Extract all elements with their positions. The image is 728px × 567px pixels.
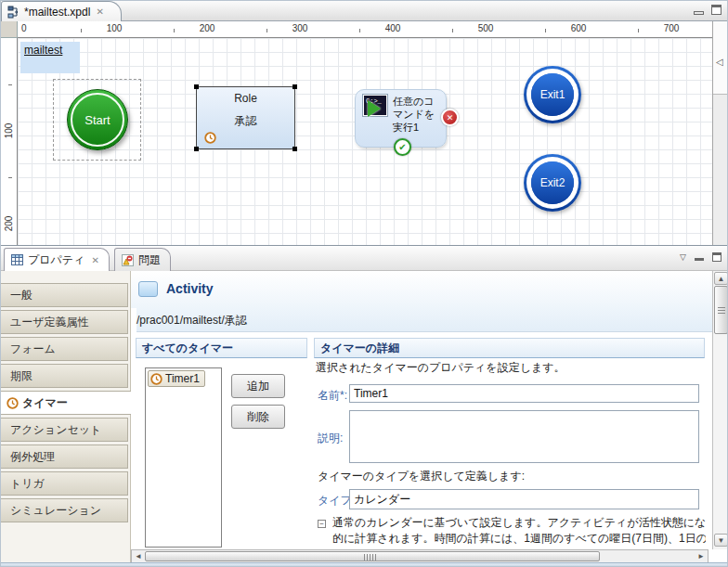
ruler-label: 0 xyxy=(21,23,27,33)
node-start[interactable]: Start xyxy=(67,89,128,150)
sidebar-item-trigger[interactable]: トリガ xyxy=(1,471,128,496)
sidebar-item-form[interactable]: フォーム xyxy=(1,337,128,361)
page-title: Activity xyxy=(166,281,214,296)
minimize-icon[interactable] xyxy=(695,258,704,261)
palette-drawer[interactable] xyxy=(713,94,728,245)
workflow-file-icon xyxy=(7,6,20,19)
timer-clock-icon xyxy=(204,132,216,144)
process-tab-mailtest[interactable]: mailtest xyxy=(20,42,80,73)
vertical-scrollbar[interactable]: ▲ ▼ xyxy=(712,271,728,549)
sidebar-item-user-attrs[interactable]: ユーザ定義属性 xyxy=(1,310,128,334)
horizontal-scrollbar-thumb[interactable] xyxy=(145,551,600,561)
scroll-up-icon[interactable]: ▲ xyxy=(714,272,728,285)
sidebar-item-label: アクションセット xyxy=(10,423,101,436)
node-exit2[interactable]: Exit2 xyxy=(524,154,581,212)
close-icon[interactable]: ✕ xyxy=(91,255,98,265)
timer-item-label: Timer1 xyxy=(165,372,200,385)
selection-handle[interactable] xyxy=(292,84,297,89)
node-role-activity[interactable]: Role 承認 xyxy=(196,86,295,149)
role-node-name: 承認 xyxy=(197,113,294,129)
type-intro-text: タイマーのタイプを選択して定義します: xyxy=(318,469,525,484)
remove-timer-button[interactable]: 削除 xyxy=(231,405,285,429)
problems-icon xyxy=(122,254,134,266)
node-exit1[interactable]: Exit1 xyxy=(524,66,581,123)
horizontal-scrollbar[interactable]: ◄ ► xyxy=(131,549,708,563)
editor-tab-mailtest[interactable]: *mailtest.xpdl ✕ xyxy=(1,1,122,21)
properties-body: 一般 ユーザ定義属性 フォーム 期限 タイマー アクションセット 例外処理 トリ… xyxy=(1,271,728,563)
selection-handle[interactable] xyxy=(194,147,199,151)
sidebar-item-general[interactable]: 一般 xyxy=(1,283,128,307)
exit1-label: Exit1 xyxy=(540,88,566,101)
horizontal-ruler: 0 100 200 300 400 500 600 700 xyxy=(18,21,712,38)
timer-clock-icon xyxy=(6,397,19,409)
sidebar-item-timer[interactable]: タイマー xyxy=(1,391,131,415)
sidebar-item-actionset[interactable]: アクションセット xyxy=(1,418,128,442)
command-node-label: 任意のコマンドを実行1 xyxy=(393,95,437,134)
editor-tab-title: *mailtest.xpdl xyxy=(24,6,90,19)
timer-type-input[interactable] xyxy=(349,489,699,509)
timer-clock-icon xyxy=(150,373,162,385)
selection-handle[interactable] xyxy=(194,84,199,89)
palette-strip: ◁ xyxy=(712,21,728,245)
add-button-label: 追加 xyxy=(247,379,269,394)
application-window: *mailtest.xpdl ✕ 0 100 200 300 400 500 6… xyxy=(0,0,728,567)
properties-main: Activity /prac001/mailtest/承認 すべてのタイマー タ… xyxy=(131,271,728,563)
maximize-icon[interactable] xyxy=(711,5,722,15)
tab-problems[interactable]: 問題 xyxy=(114,248,171,271)
activity-icon xyxy=(138,281,158,297)
timer-list[interactable]: Timer1 xyxy=(145,367,222,548)
ruler-corner xyxy=(1,21,18,38)
name-label: 名前*: xyxy=(318,388,347,404)
selection-handle[interactable] xyxy=(292,147,297,151)
maximize-icon[interactable] xyxy=(712,252,722,262)
timer-name-input[interactable] xyxy=(349,384,699,403)
ruler-ticks xyxy=(81,29,712,32)
view-buttons: ▽ xyxy=(680,252,722,262)
sidebar-item-label: フォーム xyxy=(10,342,56,355)
node-command-activity[interactable]: C:>_ 任意のコマンドを実行1 ✕ ✔ xyxy=(355,89,447,148)
help-text-line2: 的に計算されます。時間の計算には、1週間のすべての曜日(7日間)、1日の xyxy=(332,531,706,547)
sidebar-item-label: タイマー xyxy=(22,392,68,415)
diagram-canvas[interactable]: mailtest Start Role 承認 xyxy=(18,38,712,245)
scroll-left-icon[interactable]: ◄ xyxy=(132,550,145,562)
sidebar-item-label: ユーザ定義属性 xyxy=(10,316,89,329)
vertical-scrollbar-thumb[interactable] xyxy=(714,286,728,334)
scroll-right-icon[interactable]: ► xyxy=(695,550,708,562)
timer-description-input[interactable] xyxy=(349,410,699,463)
sidebar-item-label: トリガ xyxy=(10,477,45,490)
ok-badge-icon: ✔ xyxy=(394,138,411,156)
view-tab-bar: プロパティ ✕ 問題 ▽ xyxy=(1,246,728,271)
palette-expand-icon[interactable]: ◁ xyxy=(716,57,723,67)
close-icon[interactable]: ✕ xyxy=(96,6,103,17)
view-menu-icon[interactable]: ▽ xyxy=(680,252,686,262)
check-icon: ✔ xyxy=(398,142,406,152)
breadcrumb: /prac001/mailtest/承認 xyxy=(136,308,728,332)
remove-button-label: 削除 xyxy=(247,409,269,425)
add-timer-button[interactable]: 追加 xyxy=(231,374,285,398)
editor-tab-bar: *mailtest.xpdl ✕ xyxy=(1,1,728,21)
tab-properties[interactable]: プロパティ ✕ xyxy=(4,248,110,271)
window-bottom-edge xyxy=(1,562,728,567)
ruler-ticks xyxy=(8,84,12,245)
sidebar-item-deadline[interactable]: 期限 xyxy=(1,364,128,388)
sidebar-item-exception[interactable]: 例外処理 xyxy=(1,445,128,469)
start-node-label: Start xyxy=(84,113,110,127)
vertical-ruler: 100 200 xyxy=(1,38,18,245)
description-label: 説明: xyxy=(318,431,343,446)
detail-intro-text: 選択されたタイマーのプロパティを設定します。 xyxy=(316,360,566,376)
tab-problems-label: 問題 xyxy=(138,252,161,268)
sidebar-item-simulation[interactable]: シミュレーション xyxy=(1,498,128,522)
editor-window-buttons xyxy=(694,5,722,15)
play-icon xyxy=(368,100,381,117)
sidebar-item-label: シミュレーション xyxy=(10,504,101,517)
timer-list-item[interactable]: Timer1 xyxy=(148,370,205,387)
editor-body: 0 100 200 300 400 500 600 700 100 200 ma… xyxy=(1,21,728,245)
scroll-down-icon[interactable]: ▼ xyxy=(714,534,728,547)
role-node-type: Role xyxy=(197,92,294,105)
collapse-icon[interactable]: − xyxy=(318,520,326,528)
xpdl-editor: *mailtest.xpdl ✕ 0 100 200 300 400 500 6… xyxy=(1,1,728,245)
exit2-label: Exit2 xyxy=(540,176,566,189)
sidebar-item-label: 期限 xyxy=(10,369,32,382)
minimize-icon[interactable] xyxy=(694,11,704,15)
scrollbar-grip xyxy=(364,554,377,561)
